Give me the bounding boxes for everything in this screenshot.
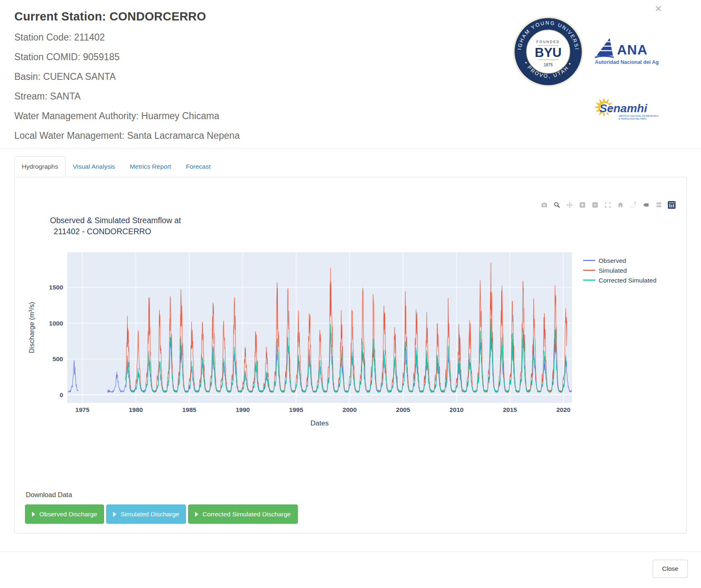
header-divider: [0, 148, 701, 149]
tab-forecast[interactable]: Forecast: [179, 156, 218, 177]
ana-sail-icon: [594, 38, 615, 56]
x-tick-1985: 1985: [182, 406, 197, 413]
senamhi-subtitle1-text: SERVICIO NACIONAL DE METEOROLOGÍA: [619, 115, 659, 117]
modebar-pan-icon[interactable]: [566, 201, 573, 208]
download-simulated-button[interactable]: Simulated Discharge: [106, 504, 186, 524]
x-tick-2000: 2000: [343, 406, 356, 413]
svg-text:Corrected Simulated: Corrected Simulated: [599, 277, 656, 284]
station-stream: Stream: SANTA: [14, 91, 240, 102]
plotly-modebar: [541, 201, 676, 209]
x-tick-1980: 1980: [129, 406, 143, 413]
byu-founded-text: FOUNDED: [536, 40, 560, 44]
legend-item-corrected-simulated[interactable]: Corrected Simulated: [583, 277, 656, 284]
station-title: Current Station: CONDORCERRO: [14, 10, 240, 23]
x-tick-2015: 2015: [503, 406, 517, 413]
close-icon[interactable]: ×: [655, 2, 662, 15]
x-tick-2005: 2005: [396, 406, 411, 413]
ana-logo: ANA Autoridad Nacional del Agua: [594, 37, 659, 70]
byu-logo: BRIGHAM YOUNG UNIVERSITY • PROVO, UTAH •…: [512, 16, 584, 89]
tab-metrics-report[interactable]: Metrics Report: [123, 156, 179, 177]
plotly-logo-icon[interactable]: [668, 201, 676, 209]
senamhi-logo: Senamhi SERVICIO NACIONAL DE METEOROLOGÍ…: [593, 93, 659, 124]
download-corrected-simulated-button[interactable]: Corrected Simulated Discharge: [188, 504, 297, 524]
station-authority: Water Management Authority: Huarmey Chic…: [14, 111, 240, 122]
modebar-zoom-in-icon[interactable]: [579, 201, 586, 208]
footer-divider: [0, 552, 701, 552]
modebar-reset-axes-icon[interactable]: [617, 201, 624, 208]
y-tick-500: 500: [52, 355, 63, 362]
x-tick-1995: 1995: [289, 406, 304, 413]
byu-year-text: 1875: [544, 63, 553, 67]
hydrograph-plot[interactable]: 1975198019851990199520002005201020152020…: [25, 237, 685, 444]
play-icon: [32, 512, 35, 517]
close-button[interactable]: Close: [653, 560, 688, 578]
hydrographs-panel: Observed & Simulated Streamflow at 21140…: [14, 177, 687, 534]
x-tick-1990: 1990: [236, 406, 250, 413]
x-axis-label: Dates: [311, 419, 329, 427]
tab-hydrographs[interactable]: Hydrographs: [14, 156, 66, 177]
modebar-hover-closest-icon[interactable]: [642, 201, 649, 208]
tab-visual-analysis[interactable]: Visual Analysis: [66, 156, 123, 177]
senamhi-name-text: Senamhi: [599, 102, 648, 115]
modebar-zoom-out-icon[interactable]: [592, 201, 599, 208]
chart-title: Observed & Simulated Streamflow at 21140…: [50, 215, 181, 237]
station-basin: Basin: CUENCA SANTA: [14, 71, 240, 82]
x-tick-2020: 2020: [556, 406, 570, 413]
x-tick-2010: 2010: [449, 406, 463, 413]
tab-bar: Hydrographs Visual Analysis Metrics Repo…: [14, 156, 218, 177]
ana-subtitle-text: Autoridad Nacional del Agua: [595, 59, 659, 65]
play-icon: [113, 512, 116, 517]
modebar-autoscale-icon[interactable]: [604, 201, 611, 208]
svg-text:Simulated: Simulated: [599, 267, 627, 274]
y-tick-1000: 1000: [49, 320, 63, 327]
legend-item-observed[interactable]: Observed: [583, 257, 626, 264]
plot-area[interactable]: [67, 252, 572, 403]
play-icon: [195, 512, 198, 517]
station-comid: Station COMID: 9059185: [14, 52, 240, 63]
download-data-label: Download Data: [26, 491, 72, 499]
station-local-mgmt: Local Water Management: Santa Lacramarca…: [14, 130, 240, 141]
y-tick-1500: 1500: [49, 284, 63, 291]
byu-abbr-text: BYU: [535, 45, 561, 60]
y-axis-label: Discharge (m³/s): [28, 302, 36, 353]
station-code: Station Code: 211402: [14, 32, 240, 43]
x-tick-1975: 1975: [75, 406, 90, 413]
station-header: Current Station: CONDORCERRO Station Cod…: [14, 10, 240, 141]
y-tick-0: 0: [59, 391, 63, 398]
modebar-hover-compare-icon[interactable]: [655, 201, 662, 208]
modebar-zoom-icon[interactable]: [554, 201, 560, 208]
download-buttons: Observed Discharge Simulated Discharge C…: [25, 504, 298, 524]
hydrograph-chart: 1975198019851990199520002005201020152020…: [25, 237, 685, 444]
modebar-camera-icon[interactable]: [541, 201, 548, 208]
download-observed-button[interactable]: Observed Discharge: [25, 504, 104, 524]
legend-item-simulated[interactable]: Simulated: [583, 267, 627, 274]
senamhi-subtitle2-text: E HIDROLOGÍA DEL PERÚ: [619, 118, 647, 120]
byu-seal-icon: BRIGHAM YOUNG UNIVERSITY • PROVO, UTAH •…: [512, 16, 584, 88]
ana-abbr-text: ANA: [617, 42, 648, 57]
modebar-spikelines-icon[interactable]: [630, 201, 637, 208]
svg-text:Observed: Observed: [599, 257, 626, 264]
